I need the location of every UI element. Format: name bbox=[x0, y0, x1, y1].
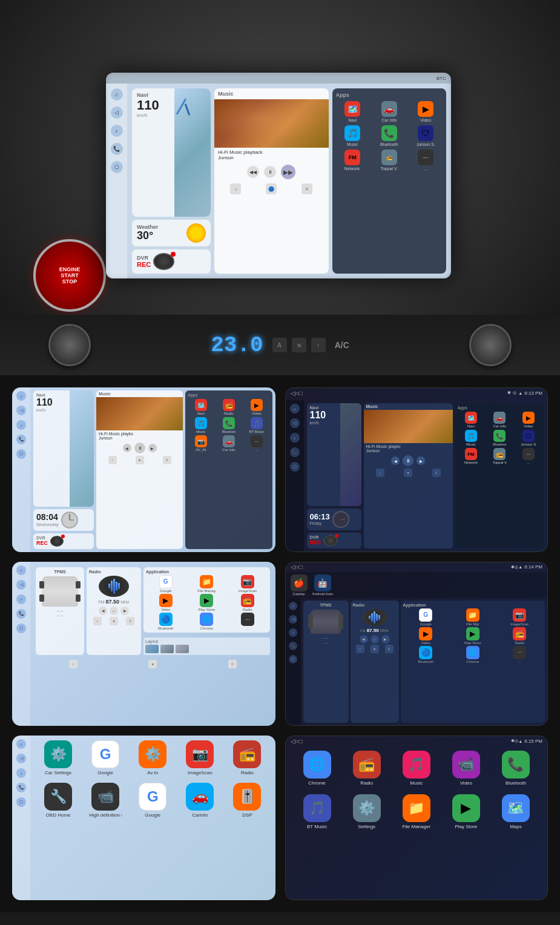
sc5-home[interactable]: ⌂ bbox=[16, 739, 26, 749]
sc2-square-icon[interactable]: □ bbox=[299, 390, 303, 397]
sc4-app5[interactable]: ▶Play Store bbox=[450, 627, 496, 645]
sc2-app1[interactable]: 🗺️Navi bbox=[458, 412, 484, 428]
sc1-app-btmusic[interactable]: 🎵BT Music bbox=[243, 417, 269, 433]
sc5-google[interactable]: G Google bbox=[84, 740, 127, 775]
sc3-radio-icon3[interactable]: ≡ bbox=[126, 617, 134, 625]
temp-knob-right[interactable] bbox=[469, 324, 512, 366]
sc2-icon1[interactable]: ♪ bbox=[376, 469, 384, 477]
sc2-dvr[interactable]: DVR REC bbox=[307, 533, 361, 548]
sidebar-apps-icon[interactable]: ⬡ bbox=[111, 161, 123, 173]
music-icon-3[interactable]: ≡ bbox=[301, 183, 312, 194]
sc2-home-side[interactable]: ⌂ bbox=[290, 404, 300, 413]
sc2-play[interactable]: ⏸ bbox=[403, 455, 413, 466]
sc3-bottom-icon1[interactable]: ♪ bbox=[69, 660, 77, 668]
app-music[interactable]: 🎵 Music bbox=[336, 125, 370, 146]
sc4-app8[interactable]: 🌐Chrome bbox=[450, 646, 496, 663]
sc1-music-icon[interactable]: ♪ bbox=[16, 420, 26, 430]
sc3-apps[interactable]: ⬡ bbox=[16, 624, 26, 633]
sc6-video[interactable]: 📹 Video bbox=[443, 751, 489, 786]
sc6-chrome[interactable]: 🌐 Chrome bbox=[294, 751, 340, 786]
sc6-btmusic[interactable]: 🎵 BT Music bbox=[294, 794, 340, 829]
sc3-app-files[interactable]: 📁File Manager bbox=[187, 575, 227, 593]
weather-widget[interactable]: Weather 30° bbox=[132, 220, 211, 246]
sc1-app-avin[interactable]: 📷AV_IN bbox=[188, 435, 214, 452]
climate-auto-icon[interactable]: A bbox=[272, 338, 287, 352]
sc1-app-navi[interactable]: 🗺️Navi bbox=[188, 399, 214, 415]
sc6-files[interactable]: 📁 File Manager bbox=[394, 794, 440, 829]
temp-knob-left[interactable] bbox=[48, 324, 91, 366]
sc4-app9[interactable]: ···... bbox=[497, 646, 543, 663]
app-junsun[interactable]: 🛡 Junsun S. bbox=[409, 125, 443, 146]
engine-start-stop-button[interactable]: ENGINE START STOP bbox=[33, 239, 106, 312]
music-widget[interactable]: Music Hi-Fi Music playback Junsun ◀◀ ⏸ ▶… bbox=[214, 88, 329, 274]
sc2-apps-side[interactable]: ⬡ bbox=[290, 462, 300, 472]
sc5-radio[interactable]: 📻 Radio bbox=[225, 740, 269, 775]
sc1-navi-widget[interactable]: Navi 110 km/h bbox=[33, 390, 94, 507]
sc5-nav[interactable]: ◁ bbox=[16, 754, 26, 763]
sc3-app-bt[interactable]: 🔵Bluetooth bbox=[146, 613, 186, 630]
sidebar-music-icon[interactable]: ♪ bbox=[111, 125, 123, 137]
music-icon-1[interactable]: ♪ bbox=[230, 183, 241, 194]
sc4-radio-prev[interactable]: ◀ bbox=[360, 635, 368, 644]
sc1-apps-icon[interactable]: ⬡ bbox=[16, 449, 26, 459]
sc2-prev[interactable]: ◀ bbox=[391, 456, 400, 465]
sc3-radio-icon2[interactable]: ● bbox=[110, 617, 118, 625]
sc4-app3[interactable]: 📷ImageScan bbox=[497, 608, 543, 626]
sc1-app-video[interactable]: ▶Video bbox=[243, 399, 269, 415]
sc1-icon2[interactable]: ● bbox=[136, 456, 144, 464]
sc3-home[interactable]: ⌂ bbox=[16, 565, 26, 575]
sc1-app-radio[interactable]: 📻Radio bbox=[216, 399, 242, 415]
sc4-ricon2[interactable]: ● bbox=[371, 645, 379, 653]
climate-mode-icon[interactable]: ↑ bbox=[311, 338, 326, 352]
sc5-dsp[interactable]: 🎚️ DSP bbox=[225, 783, 269, 818]
sc3-music[interactable]: ♪ bbox=[16, 594, 26, 604]
sc5-google2[interactable]: G Google bbox=[131, 783, 174, 818]
sc2-app3[interactable]: ▶Video bbox=[515, 412, 542, 428]
sc2-phone-side[interactable]: 📞 bbox=[290, 447, 300, 457]
sc3-layout2[interactable] bbox=[160, 645, 174, 653]
sc2-music[interactable]: Music Hi-Fi Music playbc Junsun ◀ ⏸ ▶ bbox=[364, 403, 453, 548]
sc6-back[interactable]: ◁ bbox=[291, 738, 295, 745]
sc6-settings[interactable]: ⚙️ Settings bbox=[344, 794, 390, 829]
sc2-nav-side[interactable]: ◁ bbox=[290, 418, 300, 428]
app-bluetooth[interactable]: 📞 Bluetooth bbox=[372, 125, 406, 146]
sc3-app-more[interactable]: ···... bbox=[228, 613, 268, 630]
sc2-navi[interactable]: Navi 110 km/h bbox=[307, 403, 361, 506]
sc4-square[interactable]: □ bbox=[299, 564, 303, 570]
sc3-nav[interactable]: ◁ bbox=[16, 580, 26, 590]
sc2-app4[interactable]: 🎵Music bbox=[458, 430, 484, 446]
app-more[interactable]: ··· ... bbox=[409, 150, 443, 171]
sc5-carinfo[interactable]: 🚗 CarInfo bbox=[178, 783, 222, 818]
sc6-bt[interactable]: 📞 Bluetooth bbox=[493, 751, 539, 786]
sc3-app-video[interactable]: ▶Video bbox=[146, 594, 186, 611]
sc4-carplay[interactable]: 🍎 Carplay bbox=[291, 574, 308, 596]
navi-widget[interactable]: Navi 110 km/h bbox=[132, 88, 211, 217]
sc1-app-bt[interactable]: 📞Bluetoot bbox=[216, 417, 242, 433]
sc5-obd[interactable]: 🔧 OBD Home bbox=[36, 783, 80, 818]
sc1-app-carinfo[interactable]: 🚗Car Info bbox=[216, 435, 242, 452]
sc2-back-icon[interactable]: ◁ bbox=[291, 390, 295, 397]
sc4-app6[interactable]: 📻Radio bbox=[497, 627, 543, 645]
sc6-radio[interactable]: 📻 Radio bbox=[344, 751, 390, 786]
sc2-app8[interactable]: 📻Toppal V bbox=[486, 448, 513, 464]
sc4-side5[interactable]: ⬡ bbox=[289, 655, 297, 663]
sc1-clock-widget[interactable]: 08:04 Wednesday bbox=[33, 509, 94, 531]
sc1-icon3[interactable]: ≡ bbox=[163, 456, 171, 464]
sc3-radio-icon1[interactable]: ♪ bbox=[93, 617, 102, 625]
sc4-side4[interactable]: 📞 bbox=[289, 642, 297, 650]
sc4-radio[interactable]: Radio FM 87.50 MHz bbox=[351, 601, 399, 723]
sc2-next[interactable]: ▶ bbox=[417, 456, 425, 465]
sc6-music[interactable]: 🎵 Music bbox=[394, 751, 440, 786]
sc1-home-icon[interactable]: ⌂ bbox=[16, 391, 26, 401]
sc2-icon3[interactable]: ≡ bbox=[432, 469, 441, 477]
sc4-app7[interactable]: 🔵Bluetooth bbox=[403, 646, 449, 663]
sc4-side1[interactable]: ⌂ bbox=[289, 602, 297, 610]
sc6-maps[interactable]: 🗺️ Maps bbox=[493, 794, 539, 829]
prev-button[interactable]: ◀◀ bbox=[247, 166, 259, 178]
sc1-prev[interactable]: ◀ bbox=[123, 444, 131, 452]
sc1-music-widget[interactable]: Music Hi-Fi Music playbc Junsun ◀ ⏸ ▶ bbox=[96, 390, 183, 549]
sc4-android-auto[interactable]: 🤖 Android Auto bbox=[312, 574, 333, 596]
sc1-app-more[interactable]: ···... bbox=[243, 435, 269, 452]
sc1-nav-icon[interactable]: ◁ bbox=[16, 406, 26, 415]
app-video[interactable]: ▶ Video bbox=[409, 101, 443, 122]
